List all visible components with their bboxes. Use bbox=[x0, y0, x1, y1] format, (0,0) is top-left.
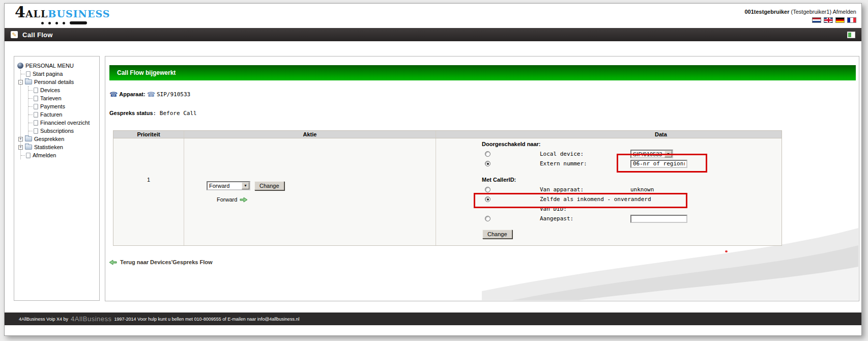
sidebar-item-personal-menu: PERSONAL MENU bbox=[17, 62, 99, 70]
folder-icon bbox=[25, 145, 32, 150]
logout-link[interactable]: Afmelden bbox=[833, 9, 856, 15]
personal-menu-tree: PERSONAL MENU Start pagina Personal deta… bbox=[14, 56, 99, 159]
sidebar-item-label[interactable]: Financieel overzicht bbox=[40, 120, 90, 126]
company-logo: 4ALLBUSINESS bbox=[15, 5, 110, 24]
column-header-aktie: Aktie bbox=[184, 131, 436, 138]
flag-fr-icon[interactable] bbox=[847, 17, 856, 23]
sidebar-item-facturen[interactable]: Facturen bbox=[28, 110, 99, 119]
sidebar-item-label[interactable]: Devices bbox=[40, 87, 60, 93]
local-device-radio[interactable] bbox=[485, 151, 490, 157]
from-device-radio[interactable] bbox=[485, 187, 490, 192]
device-row: ☎ Apparaat: ☎ SIP/910533 bbox=[109, 90, 190, 98]
from-device-value: unknown bbox=[630, 186, 782, 193]
sidebar-item-label[interactable]: Statistieken bbox=[34, 144, 63, 150]
from-device-label: Van apparaat: bbox=[540, 186, 630, 193]
device-value: SIP/910533 bbox=[157, 91, 190, 98]
extern-number-radio[interactable] bbox=[485, 161, 490, 166]
green-arrow-left-icon bbox=[109, 260, 117, 265]
sidebar-item-payments[interactable]: Payments bbox=[28, 102, 99, 110]
same-as-incoming-label: Zelfde als inkomend - onveranderd bbox=[540, 196, 630, 203]
action-controls: Forward ▼ Change bbox=[207, 181, 458, 190]
collapse-expander-icon[interactable] bbox=[18, 80, 23, 84]
local-device-row: Local device: SIP/910533 ▼ bbox=[482, 149, 782, 159]
sidebar-item-financieel-overzicht[interactable]: Financieel overzicht bbox=[28, 119, 99, 127]
custom-callerid-input[interactable] bbox=[630, 215, 687, 223]
flag-gb-icon[interactable] bbox=[824, 17, 833, 23]
sidebar-item-devices[interactable]: Devices bbox=[28, 86, 99, 94]
status-label: Gespreks status bbox=[109, 110, 153, 116]
sidebar-item-afmelden[interactable]: Afmelden bbox=[21, 151, 99, 159]
sidebar-item-subscriptions[interactable]: Subscriptions bbox=[28, 127, 99, 135]
sidebar-item-label[interactable]: Tarieven bbox=[40, 95, 62, 101]
status-value: : Before Call bbox=[153, 110, 197, 117]
sidebar-item-label[interactable]: Afmelden bbox=[33, 152, 56, 158]
folder-icon bbox=[25, 136, 32, 141]
back-link-label[interactable]: Terug naar Devices'Gespreks Flow bbox=[120, 259, 213, 265]
phone-icon: ☎ bbox=[109, 91, 118, 98]
logo-dot-icon bbox=[41, 22, 44, 24]
column-header-prioriteit: Prioriteit bbox=[113, 131, 184, 138]
data-cell: Doorgeschakeld naar: Local device: SIP/9… bbox=[436, 138, 782, 245]
column-header-data: Data bbox=[436, 131, 782, 138]
extern-number-label: Extern nummer: bbox=[540, 160, 630, 167]
collapse-expander-icon[interactable] bbox=[18, 137, 23, 141]
logo-dot-icon bbox=[48, 22, 51, 24]
priority-value: 1 bbox=[147, 177, 150, 183]
sidebar-item-start-pagina[interactable]: Start pagina bbox=[21, 70, 99, 78]
chevron-down-icon[interactable]: ▼ bbox=[664, 151, 672, 157]
sidebar-item-statistieken[interactable]: Statistieken bbox=[21, 143, 99, 151]
back-to-devices-link[interactable]: Terug naar Devices'Gespreks Flow bbox=[109, 259, 213, 265]
tree-connector bbox=[28, 131, 33, 131]
sidebar-item-gesprekken[interactable]: Gesprekken bbox=[21, 135, 99, 143]
app-window: 4ALLBUSINESS 001testgebruiker (Testgebru… bbox=[4, 3, 862, 336]
action-change-button[interactable]: Change bbox=[254, 181, 284, 190]
custom-radio[interactable] bbox=[485, 216, 490, 221]
action-flow-link[interactable]: Forward bbox=[217, 196, 468, 203]
page-icon bbox=[34, 112, 38, 118]
account-name: (Testgebruiker1) bbox=[791, 9, 831, 15]
action-flow-label[interactable]: Forward bbox=[217, 196, 237, 203]
top-header: 4ALLBUSINESS 001testgebruiker (Testgebru… bbox=[5, 4, 861, 28]
page-icon bbox=[34, 120, 38, 126]
logo-all: ALL bbox=[25, 8, 48, 19]
local-device-label: Local device: bbox=[540, 151, 630, 157]
user-info: 001testgebruiker (Testgebruiker1) Afmeld… bbox=[744, 9, 856, 15]
sidebar-item-tarieven[interactable]: Tarieven bbox=[28, 94, 99, 102]
page-titlebar: ✎ Call Flow bbox=[5, 28, 861, 41]
logo-morse-decoration bbox=[41, 21, 110, 24]
tree-body: Start pagina Personal details Devices bbox=[20, 70, 99, 159]
device-label: Apparaat: bbox=[119, 91, 145, 97]
sidebar-item-label[interactable]: Personal details bbox=[34, 79, 74, 85]
footer-text-post: 1997-2014 Voor hulp kunt u bellen met 01… bbox=[114, 317, 300, 322]
sidebar-item-personal-details[interactable]: Personal details bbox=[21, 78, 99, 86]
sidebar-item-label[interactable]: Gesprekken bbox=[34, 136, 64, 142]
same-as-incoming-radio[interactable] bbox=[485, 196, 490, 202]
tree-connector bbox=[21, 74, 25, 74]
local-device-select-value: SIP/910533 bbox=[631, 151, 664, 157]
language-switcher bbox=[812, 17, 856, 23]
panel-toggle-green bbox=[848, 33, 851, 37]
form-change-button[interactable]: Change bbox=[482, 230, 512, 239]
sidebar-item-label[interactable]: Subscriptions bbox=[40, 128, 74, 134]
chevron-down-icon[interactable]: ▼ bbox=[242, 182, 249, 189]
local-device-select[interactable]: SIP/910533 ▼ bbox=[630, 150, 673, 158]
content-area: PERSONAL MENU Start pagina Personal deta… bbox=[5, 41, 861, 312]
page-icon bbox=[26, 153, 31, 158]
tree-connector bbox=[28, 115, 33, 115]
flag-nl-icon[interactable] bbox=[812, 17, 821, 23]
panel-toggle-icon[interactable] bbox=[847, 32, 855, 38]
main-panel: Call Flow bijgewerkt ☎ Apparaat: ☎ SIP/9… bbox=[105, 56, 859, 301]
action-select-value: Forward bbox=[208, 182, 231, 189]
green-arrow-right-icon bbox=[240, 197, 248, 203]
callerid-heading: Met CallerID: bbox=[482, 175, 782, 185]
flag-de-icon[interactable] bbox=[835, 17, 845, 23]
footer-text-pre: 4AllBusiness Voip X4 by bbox=[19, 317, 68, 322]
priority-cell: 1 bbox=[113, 138, 184, 245]
sidebar-item-label[interactable]: Facturen bbox=[40, 111, 62, 118]
collapse-expander-icon[interactable] bbox=[18, 145, 23, 150]
sidebar-item-label[interactable]: Start pagina bbox=[33, 71, 63, 77]
table-header-row: Prioriteit Aktie Data bbox=[113, 131, 782, 138]
action-select[interactable]: Forward ▼ bbox=[207, 181, 250, 190]
extern-number-input[interactable] bbox=[630, 160, 687, 168]
sidebar-item-label[interactable]: Payments bbox=[40, 103, 65, 109]
